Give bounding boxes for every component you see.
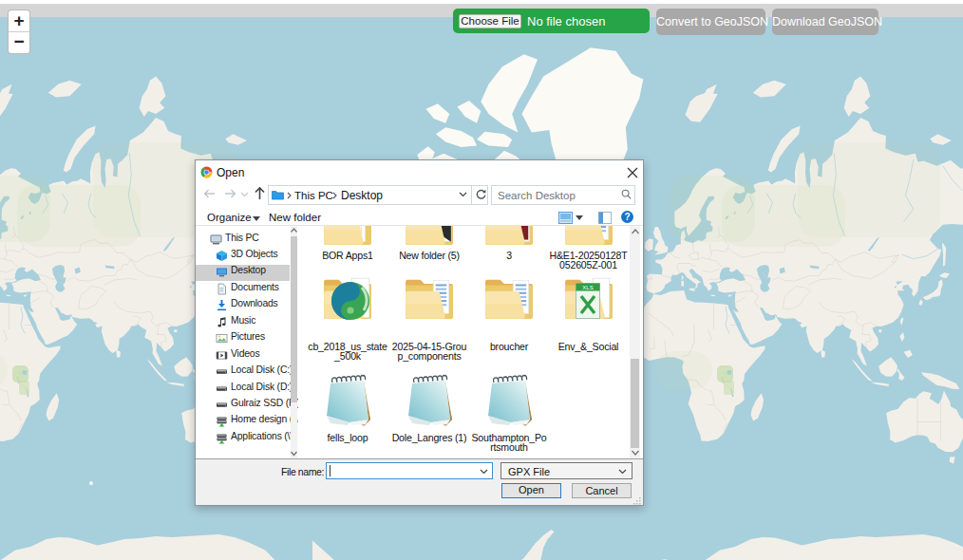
svg-text:XLS: XLS [582,285,593,290]
